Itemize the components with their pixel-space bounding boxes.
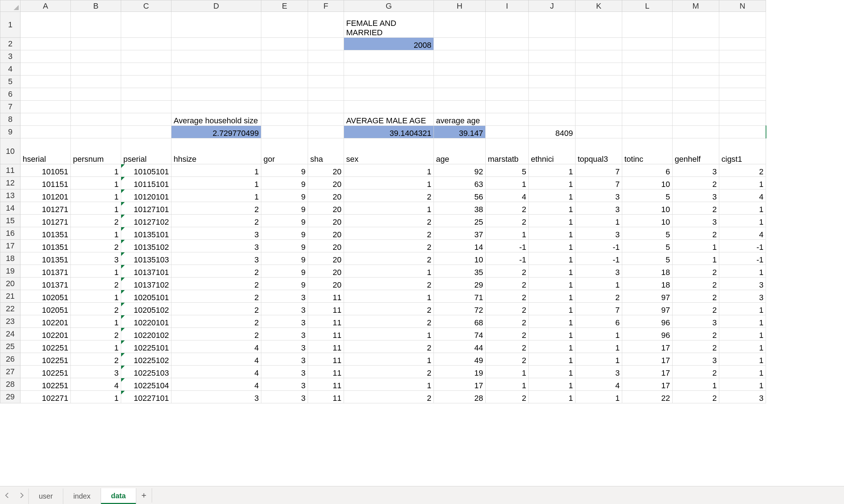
cell-D4[interactable] <box>171 63 261 75</box>
cell-J29[interactable]: 1 <box>529 391 575 403</box>
cell-G26[interactable]: 1 <box>344 353 434 366</box>
column-header-J[interactable]: J <box>529 0 575 12</box>
cell-J11[interactable]: 1 <box>529 164 575 177</box>
cell-E11[interactable]: 9 <box>261 164 308 177</box>
row-header-25[interactable]: 25 <box>0 340 20 353</box>
row-header-15[interactable]: 15 <box>0 215 20 227</box>
cell-K4[interactable] <box>575 63 622 75</box>
cell-H28[interactable]: 17 <box>434 378 486 391</box>
cell-K3[interactable] <box>575 50 622 63</box>
cell-I27[interactable]: 1 <box>486 366 529 378</box>
cell-N29[interactable]: 3 <box>719 391 766 403</box>
cell-H4[interactable] <box>434 63 486 75</box>
cell-J7[interactable] <box>529 101 575 113</box>
column-header-D[interactable]: D <box>171 0 261 12</box>
cell-E21[interactable]: 3 <box>261 290 308 303</box>
cell-N26[interactable]: 1 <box>719 353 766 366</box>
cell-L9[interactable] <box>622 126 673 138</box>
cell-N25[interactable]: 1 <box>719 340 766 353</box>
cell-M21[interactable]: 2 <box>673 290 719 303</box>
cell-C21[interactable]: 10205101 <box>121 290 171 303</box>
cell-G20[interactable]: 2 <box>344 278 434 290</box>
cell-B20[interactable]: 2 <box>71 278 121 290</box>
cell-F24[interactable]: 11 <box>308 328 344 340</box>
cell-F6[interactable] <box>308 88 344 101</box>
cell-G12[interactable]: 1 <box>344 177 434 189</box>
cell-N18[interactable]: -1 <box>719 252 766 265</box>
row-header-3[interactable]: 3 <box>0 50 20 63</box>
cell-C14[interactable]: 10127101 <box>121 202 171 215</box>
cell-E17[interactable]: 9 <box>261 240 308 252</box>
cell-D5[interactable] <box>171 75 261 88</box>
cell-H14[interactable]: 38 <box>434 202 486 215</box>
row-header-1[interactable]: 1 <box>0 12 20 38</box>
cell-F23[interactable]: 11 <box>308 315 344 328</box>
cell-B17[interactable]: 2 <box>71 240 121 252</box>
cell-L23[interactable]: 96 <box>622 315 673 328</box>
cell-M9[interactable] <box>673 126 719 138</box>
cell-J28[interactable]: 1 <box>529 378 575 391</box>
cell-D20[interactable]: 2 <box>171 278 261 290</box>
cell-M17[interactable]: 1 <box>673 240 719 252</box>
cell-F5[interactable] <box>308 75 344 88</box>
cell-H9[interactable]: 39.147 <box>434 126 486 138</box>
cell-I19[interactable]: 2 <box>486 265 529 278</box>
cell-M5[interactable] <box>673 75 719 88</box>
cell-A29[interactable]: 102271 <box>20 391 71 403</box>
cell-G24[interactable]: 1 <box>344 328 434 340</box>
cell-F29[interactable]: 11 <box>308 391 344 403</box>
cell-F8[interactable] <box>308 113 344 126</box>
cell-E28[interactable]: 3 <box>261 378 308 391</box>
cell-A7[interactable] <box>20 101 71 113</box>
cell-B22[interactable]: 2 <box>71 303 121 315</box>
cell-N27[interactable]: 1 <box>719 366 766 378</box>
cell-E13[interactable]: 9 <box>261 189 308 202</box>
column-header-K[interactable]: K <box>575 0 622 12</box>
cell-B13[interactable]: 1 <box>71 189 121 202</box>
cell-N24[interactable]: 1 <box>719 328 766 340</box>
cell-L29[interactable]: 22 <box>622 391 673 403</box>
cell-F7[interactable] <box>308 101 344 113</box>
column-header-I[interactable]: I <box>486 0 529 12</box>
cell-L1[interactable] <box>622 12 673 38</box>
cell-J16[interactable]: 1 <box>529 227 575 240</box>
cell-I12[interactable]: 1 <box>486 177 529 189</box>
cell-C24[interactable]: 10220102 <box>121 328 171 340</box>
cell-J13[interactable]: 1 <box>529 189 575 202</box>
cell-D25[interactable]: 4 <box>171 340 261 353</box>
cell-E23[interactable]: 3 <box>261 315 308 328</box>
row-header-2[interactable]: 2 <box>0 38 20 50</box>
cell-I28[interactable]: 1 <box>486 378 529 391</box>
cell-A27[interactable]: 102251 <box>20 366 71 378</box>
cell-D19[interactable]: 2 <box>171 265 261 278</box>
cell-K29[interactable]: 1 <box>575 391 622 403</box>
cell-C12[interactable]: 10115101 <box>121 177 171 189</box>
cell-G21[interactable]: 1 <box>344 290 434 303</box>
cell-N2[interactable] <box>719 38 766 50</box>
cell-M4[interactable] <box>673 63 719 75</box>
cell-A26[interactable]: 102251 <box>20 353 71 366</box>
cell-N10[interactable]: cigst1 <box>719 138 766 164</box>
cell-B27[interactable]: 3 <box>71 366 121 378</box>
cell-C20[interactable]: 10137102 <box>121 278 171 290</box>
cell-J15[interactable]: 1 <box>529 215 575 227</box>
cell-M10[interactable]: genhelf <box>673 138 719 164</box>
cell-B7[interactable] <box>71 101 121 113</box>
cell-C16[interactable]: 10135101 <box>121 227 171 240</box>
cell-M13[interactable]: 3 <box>673 189 719 202</box>
cell-J23[interactable]: 1 <box>529 315 575 328</box>
cell-K26[interactable]: 1 <box>575 353 622 366</box>
cell-F1[interactable] <box>308 12 344 38</box>
cell-H22[interactable]: 72 <box>434 303 486 315</box>
cell-N17[interactable]: -1 <box>719 240 766 252</box>
cell-F16[interactable]: 20 <box>308 227 344 240</box>
cell-I3[interactable] <box>486 50 529 63</box>
cell-L12[interactable]: 10 <box>622 177 673 189</box>
cell-L8[interactable] <box>622 113 673 126</box>
cell-B12[interactable]: 1 <box>71 177 121 189</box>
cell-C15[interactable]: 10127102 <box>121 215 171 227</box>
cell-H19[interactable]: 35 <box>434 265 486 278</box>
cell-M14[interactable]: 2 <box>673 202 719 215</box>
cell-M20[interactable]: 2 <box>673 278 719 290</box>
cell-D17[interactable]: 3 <box>171 240 261 252</box>
